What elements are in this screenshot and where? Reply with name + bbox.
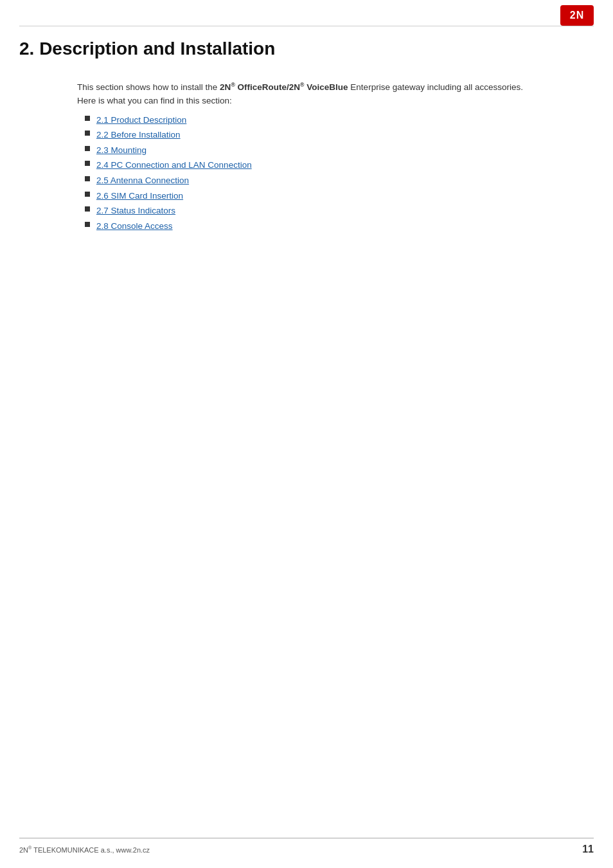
toc-link[interactable]: 2.3 Mounting xyxy=(96,143,147,158)
toc-link[interactable]: 2.7 Status Indicators xyxy=(96,204,175,218)
toc-link[interactable]: 2.4 PC Connection and LAN Connection xyxy=(96,158,252,172)
intro-paragraph-1: This section shows how to install the 2N… xyxy=(77,80,594,94)
intro-line1-pre: This section shows how to install the xyxy=(77,82,220,92)
toc-list-item: 2.3 Mounting xyxy=(85,143,594,158)
bullet-icon xyxy=(85,161,90,166)
bullet-icon xyxy=(85,146,90,151)
chapter-heading: 2. Description and Installation xyxy=(19,39,594,64)
toc-link[interactable]: 2.5 Antenna Connection xyxy=(96,174,189,188)
bullet-icon xyxy=(85,206,90,212)
brand-name: 2N® OfficeRoute/2N® VoiceBlue xyxy=(220,82,348,92)
toc-link[interactable]: 2.1 Product Description xyxy=(96,113,186,127)
intro-line2: Here is what you can find in this sectio… xyxy=(77,96,232,105)
toc-list-item: 2.8 Console Access xyxy=(85,219,594,233)
chapter-title: Description and Installation xyxy=(39,39,275,59)
toc-list-item: 2.1 Product Description xyxy=(85,113,594,127)
page-footer: 2N® TELEKOMUNIKACE a.s., www.2n.cz 11 xyxy=(19,838,594,855)
chapter-number: 2. xyxy=(19,39,34,59)
toc-list-item: 2.2 Before Installation xyxy=(85,128,594,142)
bullet-icon xyxy=(85,116,90,121)
intro-line1-post: Enterprise gateway including all accesso… xyxy=(348,82,523,92)
bullet-icon xyxy=(85,192,90,197)
brand-superscript-2: ® xyxy=(300,81,304,87)
toc-list-item: 2.4 PC Connection and LAN Connection xyxy=(85,158,594,172)
bullet-icon xyxy=(85,176,90,181)
bullet-icon xyxy=(85,131,90,136)
toc-list-item: 2.6 SIM Card Insertion xyxy=(85,189,594,203)
footer-left: 2N® TELEKOMUNIKACE a.s., www.2n.cz xyxy=(19,845,150,854)
toc-list: 2.1 Product Description2.2 Before Instal… xyxy=(85,113,594,233)
logo-container: 2N xyxy=(560,5,594,26)
brand-superscript: ® xyxy=(231,81,235,87)
intro-block: This section shows how to install the 2N… xyxy=(77,80,594,108)
toc-link[interactable]: 2.6 SIM Card Insertion xyxy=(96,189,183,203)
bullet-icon xyxy=(85,222,90,227)
toc-link[interactable]: 2.8 Console Access xyxy=(96,219,173,233)
logo-text: 2N xyxy=(570,10,584,21)
toc-section: 2.1 Product Description2.2 Before Instal… xyxy=(77,113,594,233)
main-content: 2. Description and Installation This sec… xyxy=(19,39,594,234)
toc-list-item: 2.7 Status Indicators xyxy=(85,204,594,218)
toc-link[interactable]: 2.2 Before Installation xyxy=(96,128,181,142)
page-number: 11 xyxy=(582,844,594,855)
toc-list-item: 2.5 Antenna Connection xyxy=(85,174,594,188)
intro-paragraph-2: Here is what you can find in this sectio… xyxy=(77,94,594,108)
2n-logo: 2N xyxy=(560,5,594,26)
top-border xyxy=(19,26,594,26)
